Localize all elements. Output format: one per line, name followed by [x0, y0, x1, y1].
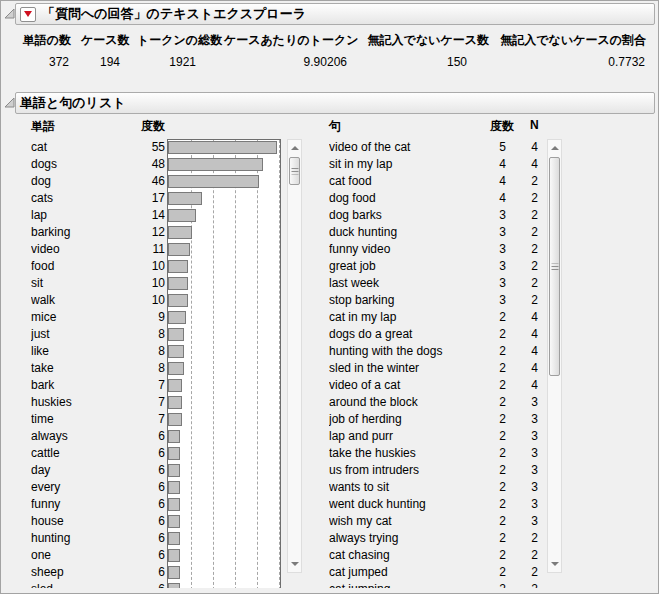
freq-bar[interactable] [168, 311, 186, 324]
word-freq: 6 [141, 497, 165, 511]
freq-bar[interactable] [168, 464, 180, 477]
word-row[interactable]: funny6 [31, 495, 165, 512]
word-row[interactable]: one6 [31, 546, 165, 563]
scrollbar-thumb[interactable] [289, 157, 300, 185]
scroll-down-arrow[interactable] [288, 556, 301, 572]
phrase-row[interactable]: cat chasing22 [329, 546, 538, 563]
freq-bar[interactable] [168, 413, 182, 426]
word-row[interactable]: hunting6 [31, 529, 165, 546]
phrase-row[interactable]: funny video32 [329, 240, 538, 257]
word-row[interactable]: just8 [31, 325, 165, 342]
freq-bar[interactable] [168, 158, 263, 171]
freq-bar[interactable] [168, 141, 277, 154]
phrase-row[interactable]: sit in my lap44 [329, 155, 538, 172]
freq-bar[interactable] [168, 532, 180, 545]
word-list-scrollbar[interactable] [287, 139, 302, 573]
word-row[interactable]: lap14 [31, 206, 165, 223]
phrase-list-scrollbar[interactable] [547, 139, 562, 573]
freq-bar[interactable] [168, 430, 180, 443]
freq-bar[interactable] [168, 362, 184, 375]
phrase-row[interactable]: stop barking32 [329, 291, 538, 308]
phrase-row[interactable]: last week32 [329, 274, 538, 291]
phrase-text: hunting with the dogs [329, 344, 486, 358]
word-row[interactable]: day6 [31, 461, 165, 478]
word-row[interactable]: like8 [31, 342, 165, 359]
phrase-row[interactable]: wish my cat23 [329, 512, 538, 529]
phrase-row[interactable]: cat jumping22 [329, 580, 538, 588]
phrase-row[interactable]: always trying22 [329, 529, 538, 546]
freq-bar[interactable] [168, 277, 188, 290]
word-row[interactable]: sheep6 [31, 563, 165, 580]
freq-bar[interactable] [168, 328, 184, 341]
word-row[interactable]: dog46 [31, 172, 165, 189]
phrase-row[interactable]: cat in my lap24 [329, 308, 538, 325]
word-row[interactable]: sit10 [31, 274, 165, 291]
phrase-row[interactable]: dogs do a great24 [329, 325, 538, 342]
phrase-row[interactable]: take the huskies23 [329, 444, 538, 461]
disclosure-triangle-icon[interactable] [4, 8, 15, 19]
scrollbar-thumb[interactable] [549, 157, 560, 376]
phrase-row[interactable]: great job32 [329, 257, 538, 274]
report-title: 「質問への回答」のテキストエクスプローラ [42, 5, 306, 23]
freq-bar[interactable] [168, 345, 184, 358]
word-term: every [31, 480, 141, 494]
word-row[interactable]: huskies7 [31, 393, 165, 410]
word-row[interactable]: every6 [31, 478, 165, 495]
freq-bar[interactable] [168, 396, 182, 409]
word-row[interactable]: dogs48 [31, 155, 165, 172]
phrase-row[interactable]: went duck hunting23 [329, 495, 538, 512]
phrase-row[interactable]: sled in the winter24 [329, 359, 538, 376]
disclosure-triangle-icon[interactable] [4, 97, 15, 108]
phrase-row[interactable]: duck hunting32 [329, 223, 538, 240]
phrase-row[interactable]: lap and purr23 [329, 427, 538, 444]
word-row[interactable]: sled6 [31, 580, 165, 588]
freq-bar[interactable] [168, 192, 202, 205]
phrase-row[interactable]: us from intruders23 [329, 461, 538, 478]
phrase-row[interactable]: video of the cat54 [329, 138, 538, 155]
word-row[interactable]: bark7 [31, 376, 165, 393]
stat-case-count: ケース数 194 [81, 31, 127, 71]
phrase-row[interactable]: cat jumped22 [329, 563, 538, 580]
word-row[interactable]: always6 [31, 427, 165, 444]
word-row[interactable]: cats17 [31, 189, 165, 206]
red-triangle-menu-button[interactable] [20, 7, 36, 22]
phrase-row[interactable]: dog barks32 [329, 206, 538, 223]
freq-bar[interactable] [168, 175, 259, 188]
freq-bar[interactable] [168, 549, 180, 562]
phrase-n: 3 [506, 412, 538, 426]
freq-bar[interactable] [168, 447, 180, 460]
word-row[interactable]: time7 [31, 410, 165, 427]
word-row[interactable]: cat55 [31, 138, 165, 155]
word-row[interactable]: video11 [31, 240, 165, 257]
word-row[interactable]: cattle6 [31, 444, 165, 461]
freq-bar[interactable] [168, 498, 180, 511]
phrase-row[interactable]: job of herding23 [329, 410, 538, 427]
phrase-row[interactable]: cat food42 [329, 172, 538, 189]
phrase-row[interactable]: video of a cat24 [329, 376, 538, 393]
freq-bar[interactable] [168, 481, 180, 494]
freq-bar[interactable] [168, 294, 188, 307]
word-row[interactable]: house6 [31, 512, 165, 529]
freq-bar[interactable] [168, 243, 190, 256]
word-term: huskies [31, 395, 141, 409]
freq-bar[interactable] [168, 209, 196, 222]
phrase-row[interactable]: hunting with the dogs24 [329, 342, 538, 359]
scroll-up-arrow[interactable] [548, 140, 561, 156]
word-row[interactable]: food10 [31, 257, 165, 274]
freq-bar[interactable] [168, 566, 180, 579]
phrase-row[interactable]: dog food42 [329, 189, 538, 206]
phrase-row[interactable]: wants to sit23 [329, 478, 538, 495]
stat-label: 単語の数 [19, 31, 71, 49]
freq-bar[interactable] [168, 379, 182, 392]
word-row[interactable]: barking12 [31, 223, 165, 240]
scroll-down-arrow[interactable] [548, 556, 561, 572]
word-row[interactable]: walk10 [31, 291, 165, 308]
phrase-row[interactable]: around the block23 [329, 393, 538, 410]
freq-bar[interactable] [168, 583, 180, 588]
word-row[interactable]: take8 [31, 359, 165, 376]
word-row[interactable]: mice9 [31, 308, 165, 325]
freq-bar[interactable] [168, 515, 180, 528]
freq-bar[interactable] [168, 226, 192, 239]
freq-bar[interactable] [168, 260, 188, 273]
scroll-up-arrow[interactable] [288, 140, 301, 156]
